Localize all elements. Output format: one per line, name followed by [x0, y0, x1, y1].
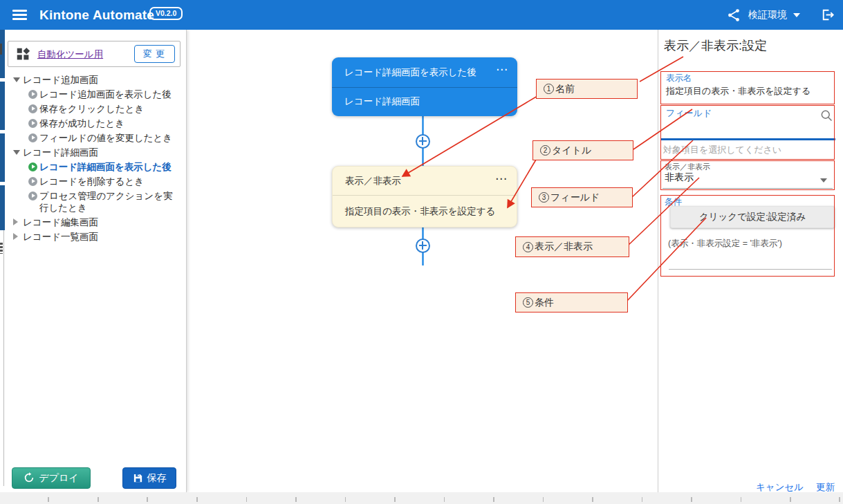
dropdown-caret-icon: [820, 178, 827, 183]
annotation-field: 3フィールド: [531, 187, 633, 207]
tree-event[interactable]: レコードを削除するとき: [5, 174, 187, 189]
event-tree: レコード追加画面 レコード追加画面を表示した後 保存をクリックしたとき 保存が成…: [5, 73, 187, 244]
chevron-down-icon[interactable]: [793, 13, 800, 17]
top-bar: Kintone Automate V0.2.0 検証環境: [0, 0, 843, 30]
action-node[interactable]: 表示／非表示 ⋯ 指定項目の表示・非表示を設定する: [332, 166, 517, 227]
more-options-icon[interactable]: ⋯: [495, 166, 508, 193]
app-selector-card: 自動化ツール用 変更: [8, 41, 180, 67]
visibility-value: 非表示: [665, 171, 694, 184]
annotation-condition: 5条件: [515, 292, 628, 312]
trigger-node[interactable]: レコード詳細画面を表示した後 ⋯ レコード詳細画面: [332, 57, 517, 116]
menu-icon[interactable]: [12, 10, 27, 20]
action-node-subtitle: 指定項目の表示・非表示を設定する: [333, 196, 517, 227]
share-icon[interactable]: [726, 8, 741, 23]
event-icon: [28, 133, 37, 142]
app-title: Kintone Automate: [39, 0, 154, 30]
bottom-strip: [0, 492, 843, 504]
sidebar: 自動化ツール用 変更 レコード追加画面 レコード追加画面を表示した後 保存をクリ…: [5, 30, 187, 492]
change-app-button[interactable]: 変更: [134, 45, 175, 63]
event-icon: [28, 192, 37, 200]
trigger-node-title: レコード詳細画面を表示した後: [344, 67, 476, 77]
tree-event[interactable]: プロセス管理のアクションを実行したとき: [5, 189, 187, 215]
field-search-input[interactable]: [661, 120, 835, 139]
apps-icon: [16, 47, 30, 62]
logout-icon[interactable]: [819, 7, 835, 23]
tree-group-record-detail[interactable]: レコード詳細画面: [5, 145, 187, 160]
field-placeholder: 対象項目を選択してください: [663, 144, 781, 156]
display-name-value: 指定項目の表示・非表示を設定する: [666, 85, 810, 97]
tree-group-record-add[interactable]: レコード追加画面: [5, 73, 187, 87]
event-icon: [28, 90, 37, 99]
annotation-title: 2タイトル: [532, 140, 633, 160]
add-step-button[interactable]: [416, 239, 430, 253]
settings-panel: 表示／非表示:設定 表示名 指定項目の表示・非表示を設定する フィールド 対象項…: [658, 30, 843, 492]
event-icon: [28, 177, 37, 186]
event-icon-active: [28, 162, 37, 171]
display-name-label: 表示名: [666, 73, 692, 84]
event-icon: [28, 119, 37, 128]
collapse-icon[interactable]: [13, 77, 20, 82]
visibility-dropdown[interactable]: 表示／非表示 非表示: [661, 160, 835, 189]
version-badge: V0.2.0: [149, 7, 183, 20]
sync-icon: [24, 472, 35, 483]
tree-group-record-edit[interactable]: レコード編集画面: [5, 215, 187, 230]
floppy-disk-icon: [133, 473, 143, 483]
flow-canvas[interactable]: レコード詳細画面を表示した後 ⋯ レコード詳細画面 表示／非表示 ⋯ 指定項目の…: [187, 30, 658, 492]
ruler-ticks: [0, 497, 843, 502]
expand-icon[interactable]: [13, 218, 18, 225]
tree-event-selected[interactable]: レコード詳細画面を表示した後: [5, 160, 187, 174]
tree-group-record-list[interactable]: レコード一覧画面: [5, 230, 187, 244]
save-button[interactable]: 保存: [122, 467, 176, 489]
field-label: フィールド: [666, 107, 712, 120]
condition-summary: (表示・非表示設定 = '非表示'): [668, 238, 782, 250]
divider: [669, 269, 832, 270]
tree-event[interactable]: 保存をクリックしたとき: [5, 102, 187, 116]
more-options-icon[interactable]: ⋯: [496, 57, 508, 85]
tree-event[interactable]: レコード追加画面を表示した後: [5, 87, 187, 102]
panel-title: 表示／非表示:設定: [664, 37, 767, 54]
condition-set-button[interactable]: クリックで設定:設定済み: [670, 206, 835, 228]
expand-icon[interactable]: [13, 233, 18, 240]
add-step-button[interactable]: [416, 134, 430, 149]
environment-selector[interactable]: 検証環境: [748, 0, 787, 30]
field-input-underline: [661, 138, 835, 140]
action-node-title: 表示／非表示: [345, 176, 401, 186]
tree-event[interactable]: フィールドの値を変更したとき: [5, 131, 187, 145]
annotation-visibility: 4表示／非表示: [515, 236, 629, 257]
visibility-label: 表示／非表示: [665, 162, 710, 172]
event-icon: [28, 104, 37, 113]
annotation-name: 1名前: [536, 79, 638, 99]
left-edge-strip: [0, 30, 5, 492]
app-name-link[interactable]: 自動化ツール用: [37, 48, 103, 61]
trigger-node-subtitle: レコード詳細画面: [332, 88, 517, 115]
tree-event[interactable]: 保存が成功したとき: [5, 116, 187, 131]
deploy-button[interactable]: デプロイ: [12, 467, 91, 489]
collapse-icon[interactable]: [13, 150, 20, 155]
sidebar-actions: デプロイ 保存: [5, 467, 187, 490]
